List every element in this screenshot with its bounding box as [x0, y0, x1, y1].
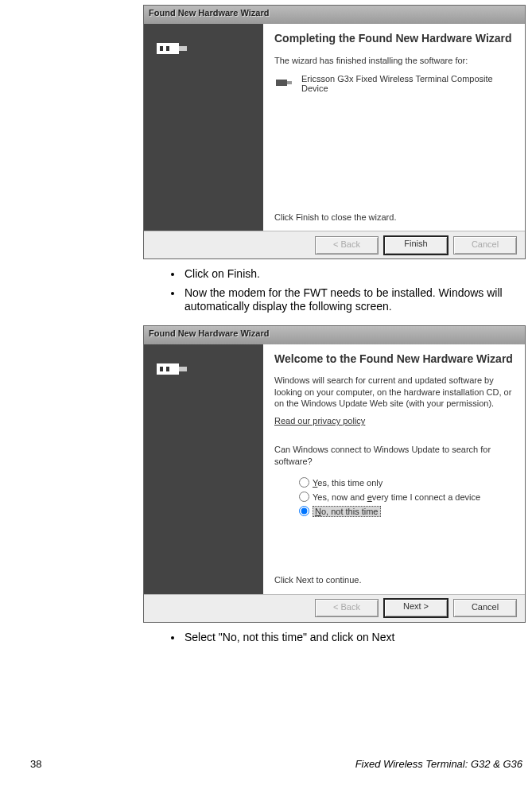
wizard-welcome: Found New Hardware Wizard Welcome to the…	[143, 325, 526, 623]
usb-device-icon	[274, 76, 295, 91]
radio-opt1-input[interactable]	[299, 477, 309, 488]
usb-plug-icon	[152, 32, 192, 72]
wizard2-titlebar: Found New Hardware Wizard	[144, 326, 525, 344]
svg-rect-4	[276, 80, 287, 86]
instruction-list-1: Click on Finish. Now the modem for the F…	[151, 267, 532, 314]
wizard2-question: Can Windows connect to Windows Update to…	[274, 444, 515, 467]
wizard2-intro: Windows will search for current and upda…	[274, 375, 515, 409]
svg-rect-5	[287, 81, 292, 84]
instruction-2a: Select "No, not this time" and click on …	[183, 631, 532, 645]
svg-rect-1	[179, 46, 187, 51]
radio-opt3-input[interactable]	[299, 506, 309, 516]
svg-rect-9	[166, 367, 169, 371]
radio-opt3[interactable]: No, not this time	[295, 503, 515, 516]
wizard1-line1: The wizard has finished installing the s…	[274, 55, 515, 66]
usb-plug-icon	[152, 352, 192, 392]
wizard-completing: Found New Hardware Wizard Completing the…	[143, 5, 526, 259]
wizard1-device: Ericsson G3x Fixed Wireless Terminal Com…	[301, 74, 515, 93]
privacy-link[interactable]: Read our privacy policy	[274, 415, 515, 426]
back-button: < Back	[315, 236, 379, 255]
svg-rect-3	[166, 46, 169, 51]
wizard2-continue-line: Click Next to continue.	[274, 574, 515, 585]
back-button: < Back	[315, 599, 379, 617]
finish-button[interactable]: Finish	[383, 235, 449, 255]
book-title: Fixed Wireless Terminal: G32 & G36	[355, 758, 522, 770]
page-footer: 38 Fixed Wireless Terminal: G32 & G36	[30, 758, 522, 770]
instruction-1a: Click on Finish.	[183, 267, 532, 282]
wizard1-device-row: Ericsson G3x Fixed Wireless Terminal Com…	[274, 74, 515, 93]
svg-rect-7	[179, 367, 187, 371]
wizard1-titlebar: Found New Hardware Wizard	[144, 6, 525, 24]
instruction-1b: Now the modem for the FWT needs to be in…	[183, 286, 532, 314]
wizard2-heading: Welcome to the Found New Hardware Wizard	[274, 352, 515, 366]
radio-opt2-input[interactable]	[299, 492, 309, 502]
svg-rect-8	[160, 367, 163, 371]
wizard1-sidebar-image	[144, 24, 263, 231]
instruction-list-2: Select "No, not this time" and click on …	[151, 631, 532, 645]
wizard2-buttonbar: < Back Next > Cancel	[144, 594, 525, 622]
wizard1-finish-line: Click Finish to close the wizard.	[274, 212, 515, 223]
svg-rect-2	[160, 46, 163, 51]
wizard1-buttonbar: < Back Finish Cancel	[144, 231, 525, 258]
wizard1-heading: Completing the Found New Hardware Wizard	[274, 32, 515, 45]
radio-opt1[interactable]: Yes, this time only	[295, 475, 515, 488]
radio-opt2[interactable]: Yes, now and every time I connect a devi…	[295, 489, 515, 502]
cancel-button: Cancel	[453, 236, 517, 255]
wizard2-sidebar-image	[144, 344, 263, 594]
page-number: 38	[30, 758, 41, 770]
radio-group: Yes, this time only Yes, now and every t…	[295, 473, 515, 518]
cancel-button[interactable]: Cancel	[453, 599, 517, 617]
next-button[interactable]: Next >	[383, 598, 449, 618]
